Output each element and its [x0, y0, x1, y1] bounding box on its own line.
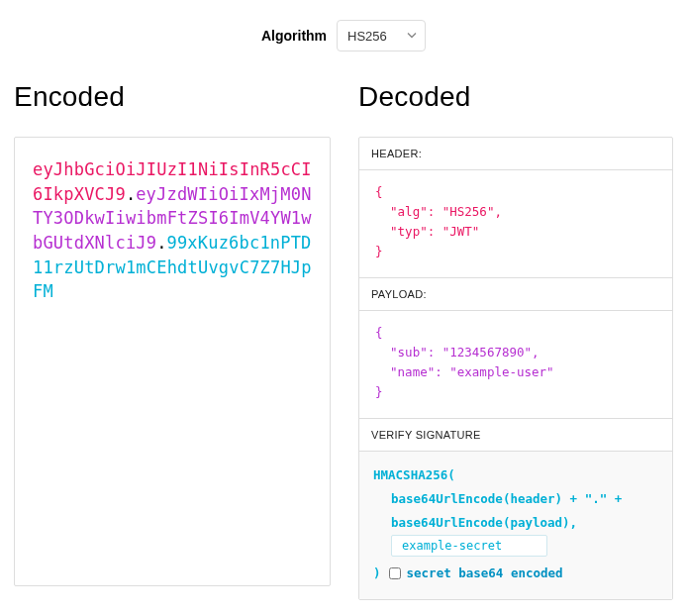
decoded-title: Decoded	[358, 81, 673, 113]
secret-base64-text: secret base64 encoded	[407, 562, 563, 585]
encoded-token: eyJhbGciOiJIUzI1NiIsInR5cCI6IkpXVCJ9.eyJ…	[33, 157, 312, 304]
header-section-label: HEADER:	[359, 138, 672, 170]
signature-line-1: base64UrlEncode(header) + "." +	[373, 487, 658, 511]
header-json[interactable]: { "alg": "HS256", "typ": "JWT" }	[359, 170, 672, 277]
encoded-title: Encoded	[14, 81, 331, 113]
decoded-column: Decoded HEADER: { "alg": "HS256", "typ":…	[358, 81, 673, 600]
algorithm-row: Algorithm HS256	[14, 20, 673, 51]
payload-section-label: PAYLOAD:	[359, 278, 672, 311]
secret-base64-label[interactable]: secret base64 encoded	[389, 562, 563, 585]
payload-section: PAYLOAD: { "sub": "1234567890", "name": …	[359, 277, 672, 418]
signature-body: HMACSHA256( base64UrlEncode(header) + ".…	[359, 452, 672, 599]
secret-base64-checkbox[interactable]	[389, 567, 401, 579]
header-section: HEADER: { "alg": "HS256", "typ": "JWT" }	[359, 138, 672, 277]
signature-line-2: base64UrlEncode(payload),	[373, 511, 658, 535]
encoded-dot-1: .	[126, 184, 136, 204]
encoded-panel[interactable]: eyJhbGciOiJIUzI1NiIsInR5cCI6IkpXVCJ9.eyJ…	[14, 137, 331, 586]
encoded-dot-2: .	[156, 233, 166, 253]
algorithm-select[interactable]: HS256	[337, 20, 426, 51]
decoded-panel: HEADER: { "alg": "HS256", "typ": "JWT" }…	[358, 137, 673, 600]
signature-fn-close: )	[373, 562, 381, 585]
secret-input[interactable]	[391, 535, 547, 557]
payload-json[interactable]: { "sub": "1234567890", "name": "example-…	[359, 311, 672, 418]
signature-section-label: VERIFY SIGNATURE	[359, 419, 672, 452]
signature-section: VERIFY SIGNATURE HMACSHA256( base64UrlEn…	[359, 418, 672, 599]
algorithm-select-value: HS256	[347, 29, 387, 44]
signature-fn-open: HMACSHA256(	[373, 463, 658, 487]
encoded-column: Encoded eyJhbGciOiJIUzI1NiIsInR5cCI6IkpX…	[14, 81, 331, 586]
algorithm-label: Algorithm	[261, 28, 327, 44]
chevron-down-icon	[407, 29, 417, 44]
